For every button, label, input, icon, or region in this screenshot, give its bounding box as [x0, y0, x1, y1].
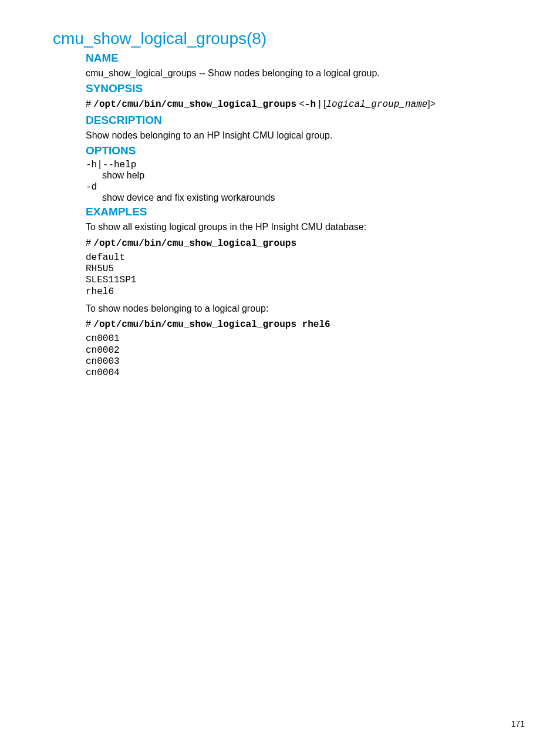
- section-name-heading: NAME: [86, 52, 507, 65]
- option-flag: -h|--help: [86, 160, 507, 170]
- page-title: cmu_show_logical_groups(8): [53, 29, 507, 48]
- section-examples-heading: EXAMPLES: [86, 205, 507, 218]
- synopsis-args-close: ]>: [427, 99, 436, 109]
- synopsis-args-open: <: [296, 99, 305, 109]
- section-synopsis-heading: SYNOPSIS: [86, 82, 507, 95]
- synopsis-sep: | [: [316, 99, 326, 109]
- option-desc: show device and fix existing workarounds: [102, 193, 507, 203]
- section-options-heading: OPTIONS: [86, 144, 507, 157]
- page-number: 171: [511, 719, 525, 728]
- cmd-prefix: #: [86, 238, 93, 248]
- example-cmd-1: # /opt/cmu/bin/cmu_show_logical_groups: [86, 237, 507, 250]
- man-page: cmu_show_logical_groups(8) NAME cmu_show…: [0, 0, 560, 401]
- description-text: Show nodes belonging to an HP Insight CM…: [86, 129, 507, 142]
- synopsis-varname: logical_group_name: [326, 99, 428, 110]
- example-output-2: cn0001 cn0002 cn0003 cn0004: [86, 333, 507, 379]
- option-flag: -d: [86, 182, 507, 193]
- example-intro-1: To show all existing logical groups in t…: [86, 221, 507, 234]
- content-block: NAME cmu_show_logical_groups -- Show nod…: [86, 52, 507, 379]
- option-item: -h|--help show help: [86, 160, 507, 181]
- example-output-1: default RH5U5 SLES11SP1 rhel6: [86, 252, 507, 298]
- example-intro-2: To show nodes belonging to a logical gro…: [86, 302, 507, 315]
- synopsis-cmd: /opt/cmu/bin/cmu_show_logical_groups: [93, 99, 296, 110]
- synopsis-flag: -h: [305, 99, 316, 110]
- name-text: cmu_show_logical_groups -- Show nodes be…: [86, 67, 507, 80]
- section-description-heading: DESCRIPTION: [86, 114, 507, 127]
- cmd-prefix: #: [86, 319, 93, 329]
- synopsis-line: # /opt/cmu/bin/cmu_show_logical_groups <…: [86, 97, 507, 111]
- example-cmd-2: # /opt/cmu/bin/cmu_show_logical_groups r…: [86, 318, 507, 331]
- option-desc: show help: [102, 170, 507, 181]
- cmd-text: /opt/cmu/bin/cmu_show_logical_groups: [93, 238, 296, 249]
- synopsis-prefix: #: [86, 99, 93, 109]
- cmd-text: /opt/cmu/bin/cmu_show_logical_groups rhe…: [93, 319, 330, 330]
- option-item: -d show device and fix existing workarou…: [86, 182, 507, 203]
